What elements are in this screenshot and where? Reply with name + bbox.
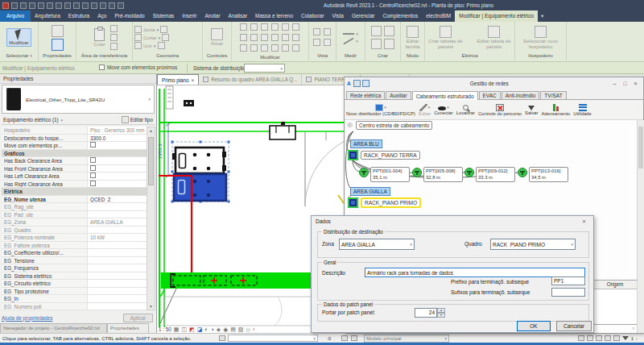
workset-select[interactable]: ▾ (228, 335, 318, 342)
window-tool-icon[interactable] (353, 80, 361, 87)
rack-piano-primo-node-selected[interactable]: RACK_PIANO PRIMO (361, 197, 421, 208)
tab-arquivo[interactable]: Arquivo (0, 10, 31, 22)
join-button[interactable]: Junta▾ (134, 26, 167, 33)
pick-new-host-button[interactable]: Selecionar novo hospedeiro (516, 24, 566, 51)
move-icon[interactable] (240, 34, 247, 41)
ports-spinner[interactable]: 24 ▲ ▼ (415, 308, 445, 318)
dialog-title-bar[interactable]: A Gestão de redes – □ × (345, 77, 643, 89)
ppt-icon[interactable] (412, 168, 422, 177)
checkbox-icon[interactable] (99, 64, 105, 70)
shadows-icon[interactable]: ◪ (197, 326, 203, 333)
modify-button[interactable]: Modificar (6, 28, 31, 48)
revit-logo-icon[interactable] (2, 2, 9, 9)
maximize-icon[interactable]: □ (620, 81, 630, 86)
3d-view-icon[interactable] (82, 2, 89, 9)
unpin-icon[interactable] (250, 44, 258, 52)
densify-button[interactable]: Adensamento (541, 104, 570, 116)
tab-cabeamento-estruturado[interactable]: Cabeamento estruturado (412, 91, 478, 100)
select-links-icon[interactable] (578, 335, 584, 341)
open-icon[interactable] (11, 2, 18, 9)
electrical-fixture-symbol[interactable] (184, 100, 194, 106)
properties-scrollbar[interactable]: ▲ ▼ (147, 127, 155, 310)
zone-area-blu[interactable]: AREA BLU (350, 139, 382, 148)
scroll-thumb[interactable] (638, 127, 643, 168)
tab-estrutura[interactable]: Estrutura (64, 10, 93, 22)
dialog-scrollbar[interactable] (637, 120, 644, 333)
tab-electrobim[interactable]: electroBIM (422, 10, 455, 22)
more-icon[interactable] (292, 44, 299, 52)
close-icon[interactable]: × (630, 81, 641, 86)
rack-equipment-plan[interactable] (172, 148, 226, 173)
paint-icon[interactable] (162, 34, 169, 41)
reveal-hidden-icon[interactable]: ◉ (223, 326, 228, 333)
drag-on-selection-icon[interactable] (613, 335, 620, 341)
view-tab-primo-piano[interactable]: Primo piano × (157, 74, 199, 85)
spin-down-icon[interactable]: ▼ (437, 313, 445, 318)
tab-rede-eletrica[interactable]: Rede elétrica (346, 91, 385, 99)
ppt-node[interactable]: PPT[009-012]33,3 m (476, 167, 515, 182)
edit-family-button[interactable]: Editar família (400, 24, 426, 51)
view-tab-resumo-quadro[interactable]: Resumo do quadro AREA GIALLA Q... (199, 74, 302, 85)
tab-pre-moldado[interactable]: Pré-moldado (110, 10, 148, 22)
align-icon[interactable] (240, 23, 247, 31)
displace-icon[interactable] (324, 39, 331, 46)
visual-style-icon[interactable]: ◫ (181, 326, 187, 333)
distribution-system-select[interactable]: ▾ (244, 64, 285, 73)
worksets-icon[interactable] (219, 335, 225, 341)
ppt-node[interactable]: PPT[013-016]34,5 m (529, 167, 568, 182)
window-symbol[interactable] (270, 126, 295, 139)
trim-icon[interactable] (271, 34, 279, 41)
cut-icon[interactable] (110, 25, 118, 32)
thin-lines-icon[interactable] (100, 2, 106, 9)
close-view-icon[interactable]: × (192, 77, 195, 83)
tab-analisar[interactable]: Analisar (225, 10, 251, 22)
delete-icon[interactable] (261, 44, 268, 52)
move-with-nearby-checkbox[interactable]: Move com elementos próximos (99, 64, 177, 70)
unjoin-button[interactable]: Unir▾ (134, 42, 165, 49)
paste-button[interactable]: Colar (91, 27, 107, 49)
split-icon[interactable] (292, 23, 299, 31)
text-tool-icon[interactable]: A (347, 81, 351, 86)
edit-button[interactable]: ▾ Editar (419, 104, 431, 116)
save-icon[interactable] (20, 2, 27, 9)
tab-arquitetura[interactable]: Arquitetura (31, 10, 64, 22)
star-hub-icon[interactable]: ◎ (347, 122, 353, 128)
properties-tab[interactable]: Propriedades (107, 323, 149, 333)
ppt-node[interactable]: PPT[001-004]35,1 m (370, 167, 410, 182)
create-assembly-icon[interactable] (384, 39, 394, 49)
edit-type-button[interactable]: Editar tipo (122, 116, 153, 123)
route-control-button[interactable]: Controle do percurso (478, 104, 522, 116)
origem-header[interactable]: Origem (592, 281, 638, 289)
cancel-button[interactable]: Cancelar (556, 321, 592, 331)
switch-windows-icon[interactable] (109, 2, 115, 9)
create-parts-icon[interactable] (371, 39, 382, 49)
ppt-node[interactable]: PPT[005-008]32,8 m (423, 167, 463, 182)
temporary-hide-icon[interactable]: ◈ (217, 326, 221, 333)
panel-caret-icon[interactable]: ▾ (30, 53, 32, 58)
quadro-select[interactable]: RACK_PIANO PRIMO ▾ (490, 239, 576, 250)
hide-icon[interactable] (313, 28, 320, 35)
override-icon[interactable] (324, 28, 331, 35)
apply-button[interactable]: Aplicar (123, 314, 153, 322)
category-filter[interactable]: Equipamento elétrico (1) (3, 117, 59, 123)
tab-tv-sat[interactable]: TV/SAT (540, 91, 566, 99)
chevron-down-icon[interactable]: ▾ (61, 118, 64, 123)
filter-icon[interactable] (622, 336, 629, 340)
select-underlay-icon[interactable] (587, 335, 593, 341)
measure-between-button[interactable]: ▾ (343, 39, 358, 44)
zona-select[interactable]: AREA GIALLA ▾ (339, 239, 415, 250)
extend-icon[interactable] (282, 23, 289, 31)
create-panel-schedules-button[interactable]: Criar tabelas de painéis (425, 24, 467, 51)
tab-modificar-equipamento-eletrico[interactable]: Modificar | Equipamento elétrico (455, 10, 538, 22)
ppt-icon[interactable] (464, 168, 474, 177)
split-face-icon[interactable] (158, 42, 165, 49)
zone-area-gialla[interactable]: AREA GIALLA (350, 187, 390, 196)
table-tool-icon[interactable] (362, 80, 369, 87)
tab-aco[interactable]: Aço (93, 10, 110, 22)
cut-geometry-button[interactable]: Cortar▾ (134, 34, 169, 41)
design-option-select[interactable]: Modelo principal ▾ (364, 335, 449, 343)
new-distributor-button[interactable]: ▾ Novo distribuidor (CD/BD/FD/CP) (346, 104, 415, 116)
rack-icon[interactable] (348, 150, 358, 160)
ports-value[interactable]: 24 (415, 308, 437, 318)
undo-icon[interactable] (29, 2, 35, 9)
